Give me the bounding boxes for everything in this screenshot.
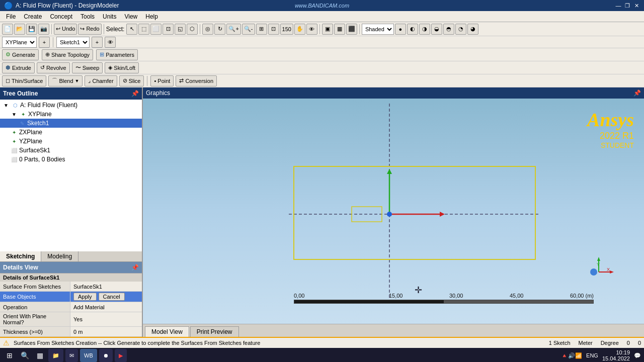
pan[interactable]: ✋	[294, 24, 305, 35]
generate-button[interactable]: ⚙ Generate	[2, 49, 39, 60]
status-message: Surfaces From Sketches Creation -- Click…	[14, 340, 545, 346]
look-mode[interactable]: 👁	[306, 24, 317, 35]
select-mode5[interactable]: ⬡	[187, 24, 198, 35]
tree-item-yzplane[interactable]: ✦ YZPlane	[0, 137, 142, 146]
undo-button[interactable]: ↩ Undo	[54, 24, 77, 35]
select-cursor[interactable]: ↖	[126, 24, 137, 35]
new-button[interactable]: 📄	[2, 24, 13, 35]
tree-item-label: A: Fluid Flow (Fluent)	[20, 102, 77, 109]
render-opt5[interactable]: ◓	[443, 24, 454, 35]
select-mode2[interactable]: ⬜	[150, 24, 162, 35]
tabs-bar: Sketching Modeling	[0, 251, 142, 262]
menu-create[interactable]: Create	[20, 12, 46, 21]
menu-help[interactable]: Help	[141, 12, 162, 21]
sweep-button[interactable]: 〜 Sweep	[72, 62, 103, 73]
render-opt3[interactable]: ◑	[419, 24, 430, 35]
open-button[interactable]: 📂	[14, 24, 25, 35]
menu-file[interactable]: File	[2, 12, 20, 21]
chamfer-button[interactable]: ⌟ Chamfer	[85, 75, 117, 86]
revolve-button[interactable]: ↺ Revolve	[37, 62, 70, 73]
tab-print-preview[interactable]: Print Preview	[190, 326, 239, 337]
apply-button[interactable]: Apply	[73, 293, 97, 301]
zoom-box[interactable]: ⊞	[256, 24, 267, 35]
view-menu[interactable]: ▣	[322, 24, 333, 35]
tab-sketching[interactable]: Sketching	[0, 251, 41, 261]
taskview-button[interactable]: ▦	[33, 349, 46, 362]
svg-point-9	[590, 268, 597, 276]
tree-item-surfacesk1[interactable]: ⬜ SurfaceSk1	[0, 146, 142, 155]
explorer-app[interactable]: 📁	[48, 349, 63, 362]
sketch-count: 1 Sketch	[549, 340, 571, 346]
point-button[interactable]: • Point	[150, 75, 174, 86]
extrude-button[interactable]: ⬢ Extrude	[2, 62, 35, 73]
menu-concept[interactable]: Concept	[46, 12, 76, 21]
menu-tools[interactable]: Tools	[76, 12, 99, 21]
graphics-pin-icon[interactable]: 📌	[633, 89, 641, 97]
look-at[interactable]: ◎	[202, 24, 213, 35]
taskbar: ⊞ 🔍 ▦ 📁 ✉ WB ⏺ ▶ 🔺🔊📶 ENG 10:19 15.04.202…	[0, 348, 644, 362]
menu-view[interactable]: View	[120, 12, 141, 21]
start-button[interactable]: ⊞	[3, 349, 16, 362]
cancel-button[interactable]: Cancel	[99, 293, 125, 301]
status-right: 1 Sketch Meter Degree 0 0	[549, 340, 641, 346]
zoom-out[interactable]: 🔍-	[242, 24, 255, 35]
blend-button[interactable]: ⌒ Blend ▼	[48, 75, 83, 86]
zoom-150[interactable]: 150	[280, 24, 293, 35]
tree-pin-icon[interactable]: 📌	[131, 90, 139, 97]
scale-0: 0,00	[294, 293, 304, 299]
zoom-fit[interactable]: ⊡	[268, 24, 279, 35]
label-surface-from-sketches: Surface From Sketches	[0, 282, 70, 291]
record-app[interactable]: ⏺	[99, 349, 113, 362]
menu-units[interactable]: Units	[99, 12, 120, 21]
tree-item-project[interactable]: ▼ ⬡ A: Fluid Flow (Fluent)	[0, 101, 142, 110]
select-mode3[interactable]: ⊡	[163, 24, 174, 35]
notification-icon[interactable]: 💬	[634, 352, 641, 359]
restore-button[interactable]: ❐	[624, 2, 631, 9]
sketch-selector[interactable]: Sketch1	[56, 37, 90, 48]
tab-model-view[interactable]: Model View	[145, 326, 189, 337]
tree-item-sketch1[interactable]: ✎ Sketch1	[0, 119, 142, 128]
play-app[interactable]: ▶	[115, 349, 127, 362]
tab-modeling[interactable]: Modeling	[41, 251, 78, 261]
style1[interactable]: ▦	[334, 24, 345, 35]
thin-surface-button[interactable]: ◻ Thin/Surface	[2, 75, 46, 86]
select-mode4[interactable]: ◱	[175, 24, 186, 35]
rotate[interactable]: ↻	[214, 24, 225, 35]
screenshot-button[interactable]: 📷	[38, 24, 49, 35]
search-button[interactable]: 🔍	[18, 349, 31, 362]
save-button[interactable]: 💾	[26, 24, 37, 35]
tree-item-xyplane[interactable]: ▼ ✦ XYPlane	[0, 110, 142, 119]
details-row-base-objects: Base Objects Apply Cancel	[0, 292, 142, 302]
wb-app[interactable]: WB	[80, 349, 97, 362]
zoom-in[interactable]: 🔍+	[226, 24, 240, 35]
tree-item-label: Sketch1	[27, 120, 49, 127]
sketch-add[interactable]: +	[92, 37, 103, 48]
render-opt2[interactable]: ◐	[407, 24, 418, 35]
details-pin-icon[interactable]: 📌	[131, 264, 139, 271]
share-topology-button[interactable]: ⊕ Share Topology	[42, 49, 93, 60]
render-mode[interactable]: Shaded	[362, 24, 394, 35]
date-display: 15.04.2022	[602, 355, 630, 361]
graphics-viewport[interactable]: Ansys 2022 R1 STUDENT	[143, 99, 644, 324]
skin-loft-button[interactable]: ◈ Skin/Loft	[105, 62, 139, 73]
redo-button[interactable]: ↪ Redo	[78, 24, 101, 35]
minimize-button[interactable]: —	[615, 2, 622, 9]
sketch-look[interactable]: 👁	[105, 37, 116, 48]
conversion-button[interactable]: ⇄ Conversion	[176, 75, 217, 86]
tree-item-zxplane[interactable]: ✦ ZXPlane	[0, 128, 142, 137]
render-opt6[interactable]: ◔	[455, 24, 466, 35]
parameters-button[interactable]: ⊞ Parameters	[96, 49, 138, 60]
slice-button[interactable]: ⊘ Slice	[119, 75, 144, 86]
style2[interactable]: ⬛	[346, 24, 357, 35]
mail-app[interactable]: ✉	[65, 349, 78, 362]
plane-add[interactable]: +	[39, 37, 50, 48]
close-button[interactable]: ✕	[633, 2, 640, 9]
plane-selector[interactable]: XYPlane	[2, 37, 37, 48]
render-opt7[interactable]: ◕	[467, 24, 478, 35]
render-opt1[interactable]: ●	[395, 24, 406, 35]
scale-45: 45,00	[510, 293, 524, 299]
render-opt4[interactable]: ◒	[431, 24, 442, 35]
tree-item-parts[interactable]: ⬜ 0 Parts, 0 Bodies	[0, 155, 142, 164]
select-mode1[interactable]: ⬚	[138, 24, 149, 35]
taskbar-right: 🔺🔊📶 ENG 10:19 15.04.2022 💬	[561, 349, 641, 361]
